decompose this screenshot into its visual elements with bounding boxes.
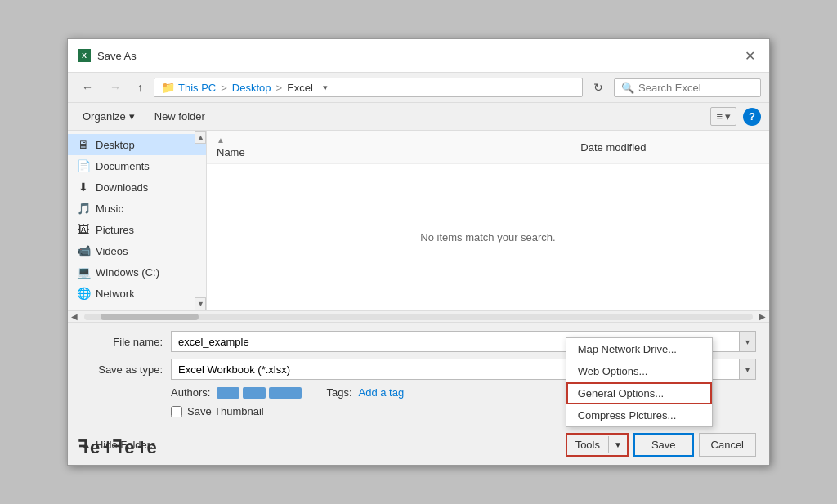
new-folder-label: New folder bbox=[154, 110, 205, 123]
file-header: ▲ Name Date modified bbox=[207, 131, 769, 164]
authors-value bbox=[217, 387, 302, 399]
tools-menu-compress-pictures[interactable]: Compress Pictures... bbox=[566, 404, 712, 426]
forward-button[interactable]: → bbox=[104, 78, 127, 97]
desktop-icon: 🖥 bbox=[76, 138, 91, 151]
path-folder-icon: 📁 bbox=[161, 81, 175, 94]
organize-button[interactable]: Organize ▾ bbox=[76, 107, 141, 126]
tags-section: Tags: Add a tag bbox=[326, 386, 404, 399]
title-bar: X Save As ✕ bbox=[68, 39, 769, 73]
tags-value[interactable]: Add a tag bbox=[359, 386, 405, 399]
dialog-title: Save As bbox=[97, 50, 137, 62]
search-input[interactable] bbox=[638, 82, 754, 94]
sidebar-item-windows[interactable]: 💻 Windows (C:) bbox=[68, 261, 206, 283]
up-button[interactable]: ↑ bbox=[132, 78, 149, 97]
authors-section: Authors: bbox=[171, 386, 302, 399]
view-button[interactable]: ≡ ▾ bbox=[710, 107, 736, 126]
col-date-header[interactable]: Date modified bbox=[580, 141, 759, 154]
view-icon: ≡ bbox=[716, 110, 723, 123]
toolbar: Organize ▾ New folder ≡ ▾ ? bbox=[68, 103, 769, 131]
organize-arrow: ▾ bbox=[129, 110, 135, 123]
downloads-icon: ⬇ bbox=[76, 181, 91, 194]
view-arrow: ▾ bbox=[725, 110, 731, 123]
sidebar-item-label: Documents bbox=[96, 160, 150, 172]
path-root[interactable]: This PC bbox=[178, 82, 216, 94]
col-sort-arrow: ▲ bbox=[217, 136, 574, 145]
sidebar-item-label: Pictures bbox=[96, 224, 134, 236]
search-icon: 🔍 bbox=[621, 82, 634, 94]
savetype-dropdown-arrow[interactable]: ▾ bbox=[740, 359, 756, 380]
save-button[interactable]: Save bbox=[633, 433, 694, 457]
sidebar-item-videos[interactable]: 📹 Videos bbox=[68, 240, 206, 261]
action-buttons: Map Network Drive... Web Options... Gene… bbox=[566, 433, 756, 457]
sidebar-scroll-down[interactable]: ▼ bbox=[195, 297, 206, 310]
windows-icon: 💻 bbox=[76, 265, 91, 279]
cancel-button[interactable]: Cancel bbox=[699, 433, 756, 457]
new-folder-button[interactable]: New folder bbox=[148, 107, 212, 126]
organize-label: Organize bbox=[83, 110, 126, 123]
save-as-dialog: X Save As ✕ ← → ↑ 📁 This PC > Desktop > … bbox=[67, 38, 770, 466]
col-name-header[interactable]: Name bbox=[217, 146, 574, 158]
sidebar-item-music[interactable]: 🎵 Music bbox=[68, 198, 206, 219]
author-block-3 bbox=[269, 387, 302, 399]
path-sep1: > bbox=[221, 82, 227, 94]
h-scroll-track bbox=[84, 314, 753, 320]
thumbnail-checkbox-wrap: Save Thumbnail bbox=[171, 405, 264, 417]
search-box: 🔍 bbox=[614, 78, 761, 97]
sidebar-item-downloads[interactable]: ⬇ Downloads bbox=[68, 176, 206, 198]
thumbnail-label: Save Thumbnail bbox=[187, 405, 264, 417]
nav-bar: ← → ↑ 📁 This PC > Desktop > Excel ▾ ↻ 🔍 bbox=[68, 73, 769, 103]
action-bar: ▲ Hide Folders Map Network Drive... Web … bbox=[81, 426, 756, 457]
authors-label: Authors: bbox=[171, 386, 210, 399]
bottom-section: File name: ▾ Save as type: ▾ Authors: bbox=[68, 322, 769, 465]
file-area: ▲ Name Date modified No items match your… bbox=[207, 131, 769, 310]
sidebar-item-label: Desktop bbox=[96, 139, 135, 151]
tools-menu-general-options[interactable]: General Options... bbox=[566, 382, 712, 404]
empty-message: No items match your search. bbox=[207, 164, 769, 310]
title-bar-left: X Save As bbox=[78, 49, 137, 62]
h-scroll-thumb[interactable] bbox=[101, 314, 199, 320]
tools-button-group: Tools ▼ bbox=[566, 433, 629, 457]
sidebar-scroll-up[interactable]: ▲ bbox=[195, 131, 206, 144]
close-button[interactable]: ✕ bbox=[740, 46, 759, 65]
path-dropdown-arrow[interactable]: ▾ bbox=[323, 83, 328, 93]
tools-arrow-button[interactable]: ▼ bbox=[608, 436, 627, 453]
sidebar-item-documents[interactable]: 📄 Documents bbox=[68, 155, 206, 176]
savetype-label: Save as type: bbox=[81, 364, 171, 376]
horizontal-scrollbar[interactable]: ◀ ▶ bbox=[68, 310, 769, 322]
network-icon: 🌐 bbox=[76, 287, 91, 300]
back-button[interactable]: ← bbox=[76, 78, 99, 97]
videos-icon: 📹 bbox=[76, 244, 91, 257]
filename-label: File name: bbox=[81, 336, 171, 348]
sidebar-item-label: Windows (C:) bbox=[96, 266, 159, 279]
music-icon: 🎵 bbox=[76, 202, 91, 215]
watermark: ꟻeꟵꟻeꟵe bbox=[78, 437, 159, 458]
sidebar-item-desktop[interactable]: 🖥 Desktop bbox=[68, 134, 206, 155]
h-scroll-right-arrow[interactable]: ▶ bbox=[756, 312, 769, 321]
sidebar-item-label: Videos bbox=[96, 245, 128, 257]
h-scroll-left-arrow[interactable]: ◀ bbox=[68, 312, 81, 321]
path-bar: 📁 This PC > Desktop > Excel ▾ bbox=[154, 78, 583, 97]
tools-main-button[interactable]: Tools bbox=[567, 435, 608, 455]
main-content: ▲ 🖥 Desktop 📄 Documents ⬇ Downloads 🎵 Mu… bbox=[68, 131, 769, 310]
author-block-1 bbox=[217, 387, 239, 399]
tools-menu-map-network[interactable]: Map Network Drive... bbox=[566, 338, 712, 360]
thumbnail-checkbox[interactable] bbox=[171, 406, 182, 417]
sidebar-item-network[interactable]: 🌐 Network bbox=[68, 283, 206, 304]
filename-dropdown-arrow[interactable]: ▾ bbox=[740, 331, 756, 352]
refresh-button[interactable]: ↻ bbox=[588, 78, 609, 97]
path-level2: Excel bbox=[287, 82, 313, 94]
sidebar-item-label: Music bbox=[96, 203, 123, 215]
excel-icon: X bbox=[78, 49, 91, 62]
sidebar-item-label: Downloads bbox=[96, 181, 148, 194]
pictures-icon: 🖼 bbox=[76, 223, 91, 236]
author-block-2 bbox=[243, 387, 266, 399]
tags-label: Tags: bbox=[326, 386, 351, 399]
documents-icon: 📄 bbox=[76, 159, 91, 172]
tools-menu-web-options[interactable]: Web Options... bbox=[566, 360, 712, 382]
path-level1[interactable]: Desktop bbox=[232, 82, 271, 94]
sidebar-item-pictures[interactable]: 🖼 Pictures bbox=[68, 219, 206, 240]
sidebar: ▲ 🖥 Desktop 📄 Documents ⬇ Downloads 🎵 Mu… bbox=[68, 131, 207, 310]
help-button[interactable]: ? bbox=[743, 108, 761, 126]
tools-dropdown-menu: Map Network Drive... Web Options... Gene… bbox=[566, 337, 713, 427]
path-sep2: > bbox=[276, 82, 283, 94]
